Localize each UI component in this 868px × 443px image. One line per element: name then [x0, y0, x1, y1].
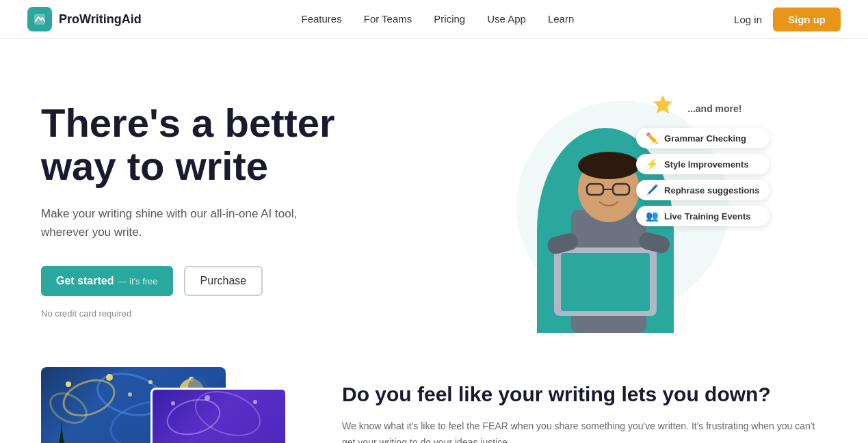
- pill-style: ⚡ Style Improvements: [636, 154, 769, 174]
- artwork-container: My idea in my head: [41, 367, 274, 443]
- navbar: ProWritingAid Features For Teams Pricing…: [0, 0, 868, 39]
- svg-point-22: [171, 401, 175, 405]
- svg-point-16: [128, 392, 132, 397]
- hero-buttons: Get started — it's free Purchase: [41, 266, 424, 296]
- signup-button[interactable]: Sign up: [773, 8, 841, 31]
- section2-content: Do you feel like your writing lets you d…: [342, 367, 827, 443]
- cypress-tree: [51, 418, 72, 443]
- more-label: ...and more!: [687, 103, 741, 114]
- hero-section: There's a better way to write Make your …: [0, 39, 868, 367]
- section2: My idea in my head Do you feel like your…: [0, 367, 868, 443]
- svg-point-23: [205, 395, 210, 401]
- grammar-icon: ✏️: [646, 132, 659, 144]
- hero-content: There's a better way to write Make your …: [41, 101, 424, 319]
- feature-pills: ✏️ Grammar Checking ⚡ Style Improvements…: [636, 128, 769, 226]
- nav-right: Log in Sign up: [734, 8, 841, 31]
- no-credit-card-text: No credit card required: [41, 308, 424, 319]
- rephrase-icon: 🖊️: [646, 184, 659, 196]
- svg-rect-8: [561, 253, 650, 311]
- star-badge: [652, 94, 674, 118]
- section2-title: Do you feel like your writing lets you d…: [342, 381, 827, 407]
- svg-marker-11: [653, 95, 672, 113]
- overlay-artwork: [150, 388, 287, 443]
- hero-illustration: ...and more! ✏️ Grammar Checking ⚡ Style…: [424, 80, 827, 340]
- nav-learn[interactable]: Learn: [548, 13, 574, 25]
- pill-rephrase: 🖊️ Rephrase suggestions: [636, 180, 769, 200]
- svg-point-14: [148, 380, 153, 384]
- pill-grammar: ✏️ Grammar Checking: [636, 128, 769, 148]
- svg-point-13: [106, 374, 113, 381]
- brand-name: ProWritingAid: [59, 12, 142, 27]
- style-icon: ⚡: [646, 158, 659, 170]
- svg-point-12: [66, 381, 71, 387]
- training-icon: 👥: [646, 210, 659, 222]
- illustration-container: ...and more! ✏️ Grammar Checking ⚡ Style…: [496, 87, 756, 333]
- section2-artwork: My idea in my head: [41, 367, 301, 443]
- nav-features[interactable]: Features: [302, 13, 342, 25]
- svg-point-24: [253, 400, 257, 404]
- brand-logo[interactable]: ProWritingAid: [27, 7, 142, 31]
- get-started-button[interactable]: Get started — it's free: [41, 266, 173, 296]
- pill-training: 👥 Live Training Events: [636, 206, 769, 226]
- nav-links: Features For Teams Pricing Use App Learn: [302, 13, 575, 25]
- login-button[interactable]: Log in: [734, 14, 762, 25]
- logo-icon: [27, 7, 52, 31]
- purchase-button[interactable]: Purchase: [184, 266, 263, 296]
- nav-pricing[interactable]: Pricing: [434, 13, 465, 25]
- svg-point-3: [578, 152, 640, 179]
- nav-use-app[interactable]: Use App: [487, 13, 526, 25]
- hero-subtitle: Make your writing shine with our all-in-…: [41, 204, 301, 241]
- free-tag: — it's free: [118, 276, 157, 286]
- hero-title: There's a better way to write: [41, 101, 424, 189]
- section2-text: We know what it's like to feel the FEAR …: [342, 418, 827, 443]
- overlay-stars: [153, 390, 285, 443]
- nav-for-teams[interactable]: For Teams: [364, 13, 412, 25]
